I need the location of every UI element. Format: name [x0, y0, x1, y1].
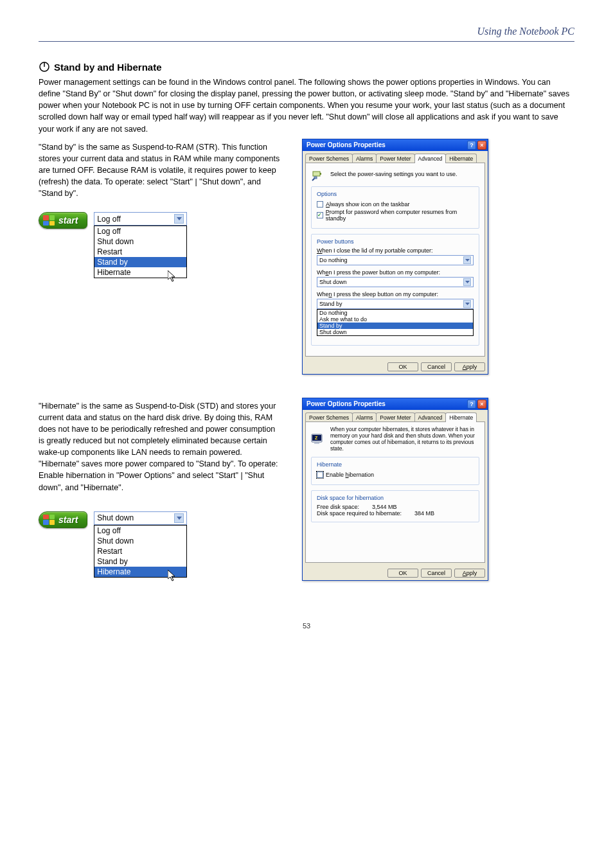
lid-combo[interactable]: Do nothing — [317, 255, 474, 265]
cancel-button[interactable]: Cancel — [421, 362, 452, 371]
disk-space-fieldset: Disk space for hibernation Free disk spa… — [311, 490, 479, 522]
dropdown-item-restart[interactable]: Restart — [94, 546, 186, 556]
tab-alarms[interactable]: Alarms — [352, 412, 377, 422]
svg-rect-14 — [314, 443, 319, 444]
tab-power-schemes[interactable]: Power Schemes — [305, 412, 353, 422]
combo-item-do-nothing[interactable]: Do nothing — [317, 310, 473, 316]
tabstrip: Power Schemes Alarms Power Meter Advance… — [305, 154, 485, 163]
combo-item-shutdown[interactable]: Shut down — [317, 329, 473, 335]
page-number: 53 — [39, 622, 574, 630]
windows-flag-icon — [43, 215, 55, 226]
start-button-label: start — [58, 215, 78, 226]
chevron-down-icon[interactable] — [463, 256, 471, 264]
power-buttons-legend: Power buttons — [315, 238, 356, 245]
svg-marker-10 — [177, 517, 182, 520]
power-value: Shut down — [319, 279, 347, 285]
checkbox-icon[interactable] — [317, 201, 323, 208]
svg-rect-6 — [314, 177, 317, 179]
checkbox-label: Enable hibernation — [326, 472, 374, 478]
titlebar[interactable]: Power Options Properties ? × — [303, 398, 488, 410]
svg-text:Z: Z — [315, 436, 318, 440]
combo-item-standby[interactable]: Stand by — [317, 323, 473, 329]
tab-advanced[interactable]: Advanced — [414, 154, 447, 163]
chevron-down-icon[interactable] — [174, 214, 184, 224]
tab-power-meter[interactable]: Power Meter — [376, 412, 414, 422]
chevron-down-icon[interactable] — [463, 300, 471, 308]
standby-paragraph: "Stand by" is the same as Suspend-to-RAM… — [39, 141, 283, 200]
apply-button[interactable]: Apply — [454, 362, 485, 371]
power-options-advanced-dialog: Power Options Properties ? × Power Schem… — [302, 139, 488, 375]
disk-space-legend: Disk space for hibernation — [315, 495, 386, 501]
battery-plug-icon — [311, 167, 325, 181]
tabstrip: Power Schemes Alarms Power Meter Advance… — [305, 412, 485, 422]
svg-marker-9 — [465, 303, 470, 305]
chevron-down-icon[interactable] — [174, 513, 184, 523]
free-disk-label: Free disk space: — [317, 504, 359, 510]
tabpanel-hibernate: Z When your computer hibernates, it stor… — [305, 421, 485, 563]
chevron-down-icon[interactable] — [463, 278, 471, 286]
titlebar-text: Power Options Properties — [306, 400, 386, 407]
checkbox-show-icon[interactable]: Always show icon on the taskbar — [317, 201, 474, 208]
tab-power-schemes[interactable]: Power Schemes — [305, 154, 353, 163]
tab-hibernate[interactable]: Hibernate — [445, 154, 477, 163]
free-disk-value: 3,544 MB — [372, 504, 397, 510]
svg-rect-4 — [313, 172, 320, 176]
svg-marker-11 — [168, 570, 175, 581]
svg-rect-5 — [320, 173, 321, 175]
close-button[interactable]: × — [477, 141, 486, 150]
checkbox-icon[interactable] — [317, 472, 323, 478]
checkbox-label: Always show icon on the taskbar — [326, 201, 410, 208]
shutdown-dropdown-hibernate[interactable]: Shut down Log off Shut down Restart Stan… — [94, 511, 187, 591]
start-button[interactable]: start — [39, 212, 87, 229]
dropdown-item-shutdown[interactable]: Shut down — [94, 236, 186, 247]
sleep-label: When I press the sleep button on my comp… — [317, 291, 474, 297]
checkbox-prompt-password[interactable]: ✓ Prompt for password when computer resu… — [317, 209, 474, 222]
dropdown-item-standby[interactable]: Stand by — [94, 257, 186, 267]
help-button[interactable]: ? — [467, 400, 476, 409]
dropdown-item-restart[interactable]: Restart — [94, 247, 186, 257]
req-disk-label: Disk space required to hibernate: — [317, 510, 402, 517]
svg-marker-3 — [168, 270, 175, 281]
dropdown-item-logoff[interactable]: Log off — [94, 226, 186, 236]
ok-button[interactable]: OK — [387, 362, 418, 371]
help-button[interactable]: ? — [467, 141, 476, 150]
tab-hibernate[interactable]: Hibernate — [445, 412, 477, 422]
sleep-combo-list[interactable]: Do nothing Ask me what to do Stand by Sh… — [317, 309, 474, 336]
dropdown-selected-text: Shut down — [97, 513, 134, 522]
tabpanel-advanced: Select the power-saving settings you wan… — [305, 163, 485, 357]
ok-button[interactable]: OK — [387, 569, 418, 578]
shutdown-dropdown-standby[interactable]: Log off Log off Shut down Restart Stand … — [94, 212, 187, 292]
checkbox-enable-hibernation[interactable]: Enable hibernation — [317, 472, 474, 478]
dropdown-selected[interactable]: Log off — [94, 212, 187, 226]
dropdown-item-logoff[interactable]: Log off — [94, 526, 186, 536]
power-combo[interactable]: Shut down — [317, 277, 474, 287]
page-header: Using the Notebook PC — [39, 26, 574, 42]
tab-alarms[interactable]: Alarms — [352, 154, 377, 163]
cursor-icon — [168, 270, 177, 282]
hibernate-intro-text: When your computer hibernates, it stores… — [330, 426, 479, 452]
section-title-text: Stand by and Hibernate — [54, 62, 162, 73]
windows-flag-icon — [43, 515, 55, 525]
tab-advanced[interactable]: Advanced — [414, 412, 447, 422]
combo-item-ask[interactable]: Ask me what to do — [317, 316, 473, 323]
checkbox-icon[interactable]: ✓ — [317, 212, 323, 218]
titlebar[interactable]: Power Options Properties ? × — [303, 139, 488, 151]
intro-paragraph: Power management settings can be found i… — [39, 76, 574, 135]
tab-power-meter[interactable]: Power Meter — [376, 154, 414, 163]
cancel-button[interactable]: Cancel — [421, 569, 452, 578]
power-options-hibernate-dialog: Power Options Properties ? × Power Schem… — [302, 398, 488, 581]
close-button[interactable]: × — [477, 400, 486, 409]
dropdown-selected[interactable]: Shut down — [94, 511, 187, 525]
sleep-combo[interactable]: Stand by — [317, 299, 474, 309]
svg-marker-2 — [177, 217, 182, 220]
hibernate-fieldset: Hibernate Enable hibernation — [311, 457, 479, 485]
dropdown-item-shutdown[interactable]: Shut down — [94, 536, 186, 546]
start-button[interactable]: start — [39, 511, 87, 528]
dropdown-item-standby[interactable]: Stand by — [94, 556, 186, 567]
apply-button[interactable]: Apply — [454, 569, 485, 578]
dialog-buttons: OK Cancel Apply — [303, 566, 488, 580]
svg-marker-7 — [465, 259, 470, 261]
advanced-intro-text: Select the power-saving settings you wan… — [330, 171, 458, 177]
checkbox-label: Prompt for password when computer resume… — [326, 209, 474, 222]
power-buttons-fieldset: Power buttons When I close the lid of my… — [311, 234, 479, 346]
